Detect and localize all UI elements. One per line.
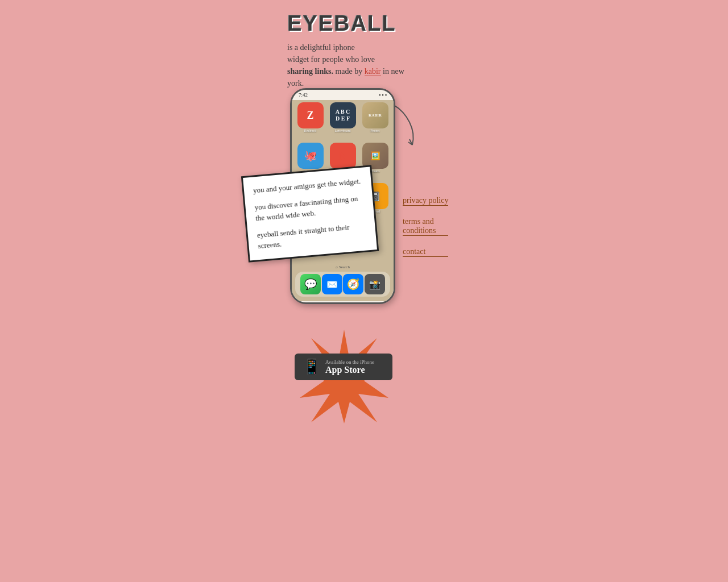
- app-label-photos1: Photos: [370, 129, 379, 132]
- dock-mail-icon: ✉️: [322, 274, 342, 294]
- app-icon-letterboard: A B CD E F: [330, 102, 356, 128]
- tagline-text: is a delightful iphone widget for people…: [287, 41, 412, 89]
- app-label-redbock: Redbock: [304, 129, 316, 132]
- dock-safari-icon: 🧭: [343, 274, 363, 294]
- phone-status-icons: ▪ ▪ ▪: [379, 92, 387, 98]
- tagline-line1: is a delightful iphone: [287, 43, 355, 52]
- widget-text-2: you discover a fascinating thing on the …: [254, 192, 365, 224]
- app-label-letterboard: Letterboard: [335, 129, 351, 132]
- dock-messages-icon: 💬: [300, 274, 321, 294]
- app-logo: EYEBALL: [287, 11, 412, 36]
- phone-search-bar: ⌕ Search: [292, 264, 394, 272]
- dock-camera-icon: 📸: [365, 274, 385, 294]
- badge-phone-icon: 📱: [303, 358, 321, 376]
- badge-large-text: App Store: [325, 365, 374, 375]
- app-icon-netflix: N: [330, 143, 356, 169]
- side-links-container: privacy policy terms andconditions conta…: [403, 196, 448, 257]
- privacy-policy-link[interactable]: privacy policy: [403, 196, 448, 206]
- phone-time: 7:42: [299, 92, 308, 98]
- widget-card: you and your amigos get the widget. you …: [241, 165, 379, 262]
- app-store-badge[interactable]: 📱 Available on the iPhone App Store: [295, 354, 392, 380]
- badge-small-text: Available on the iPhone: [325, 359, 374, 365]
- app-icon-redbock: Z: [297, 102, 324, 128]
- contact-link[interactable]: contact: [403, 247, 448, 257]
- phone-status-bar: 7:42 ▪ ▪ ▪: [292, 90, 394, 100]
- app-cell-photos1: KABIR Photos: [360, 102, 390, 140]
- made-by-text: made by: [335, 67, 364, 76]
- widget-text-3: eyeball sends it straight to their scree…: [257, 220, 367, 252]
- author-link[interactable]: kabir: [365, 67, 381, 76]
- badge-text-area: Available on the iPhone App Store: [325, 359, 374, 375]
- app-cell-letterboard: A B CD E F Letterboard: [328, 102, 358, 140]
- app-cell-redbock: Z Redbock: [295, 102, 325, 140]
- app-icon-octopus: 🐙: [297, 143, 324, 169]
- phone-dock: 💬 ✉️ 🧭 📸: [295, 272, 390, 297]
- tagline-line2: widget for people who love: [287, 55, 375, 64]
- widget-text-1: you and your amigos get the widget.: [253, 176, 362, 196]
- tagline-line3: sharing links.: [287, 67, 333, 76]
- app-icon-photos1: KABIR: [362, 102, 388, 128]
- terms-link[interactable]: terms andconditions: [403, 217, 448, 236]
